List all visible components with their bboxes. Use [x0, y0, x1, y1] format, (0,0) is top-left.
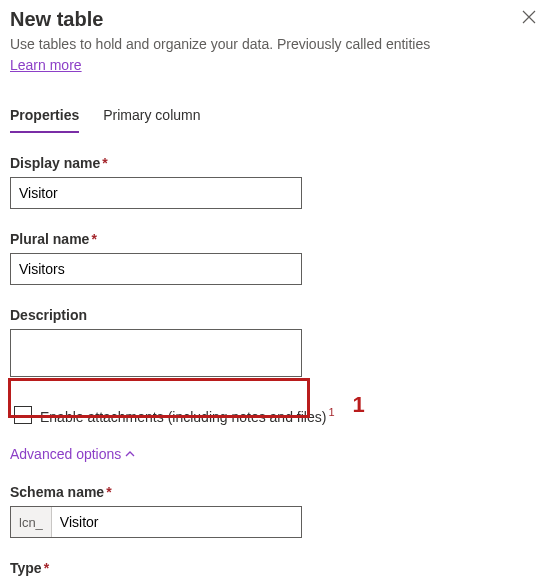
- learn-more-link[interactable]: Learn more: [10, 57, 82, 73]
- panel-subtitle: Use tables to hold and organize your dat…: [10, 35, 542, 55]
- advanced-options-toggle[interactable]: Advanced options: [10, 446, 135, 462]
- display-name-label: Display name*: [10, 155, 542, 171]
- schema-name-input[interactable]: [52, 507, 301, 537]
- checkbox-box-icon: [14, 406, 32, 424]
- new-table-panel: New table Use tables to hold and organiz…: [0, 0, 552, 580]
- field-plural-name: Plural name*: [10, 231, 542, 285]
- panel-title: New table: [10, 8, 516, 31]
- description-label: Description: [10, 307, 542, 323]
- plural-name-input[interactable]: [10, 253, 302, 285]
- schema-name-prefix: lcn_: [11, 507, 52, 537]
- close-button[interactable]: [516, 8, 542, 29]
- display-name-input[interactable]: [10, 177, 302, 209]
- tab-properties[interactable]: Properties: [10, 101, 79, 133]
- schema-name-label: Schema name*: [10, 484, 542, 500]
- tabs: Properties Primary column: [10, 101, 542, 133]
- field-schema-name: Schema name* lcn_: [10, 484, 542, 538]
- type-label: Type*: [10, 560, 542, 576]
- description-input[interactable]: [10, 329, 302, 377]
- field-display-name: Display name*: [10, 155, 542, 209]
- close-icon: [522, 10, 536, 27]
- annotation-number: 1: [353, 392, 365, 418]
- enable-attachments-checkbox[interactable]: Enable attachments (including notes and …: [10, 400, 339, 431]
- enable-attachments-label: Enable attachments (including notes and …: [40, 406, 335, 425]
- chevron-up-icon: [125, 449, 135, 459]
- field-type: Type* Standard: [10, 560, 542, 580]
- tab-primary-column[interactable]: Primary column: [103, 101, 200, 133]
- plural-name-label: Plural name*: [10, 231, 542, 247]
- field-description: Description: [10, 307, 542, 380]
